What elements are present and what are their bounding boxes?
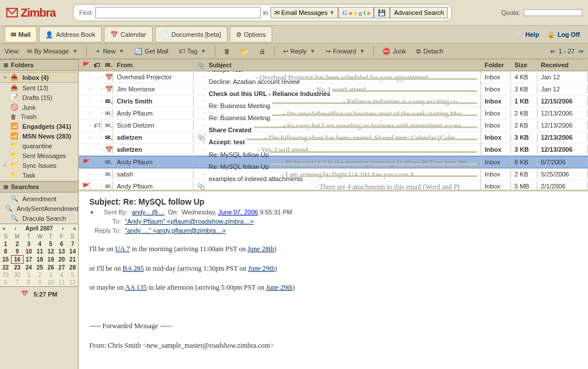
- tag-button[interactable]: 🏷 Tag ▼: [175, 46, 210, 56]
- col-flag[interactable]: 🚩: [79, 60, 90, 70]
- cal-prev-year[interactable]: «: [2, 225, 6, 232]
- save-search-button[interactable]: 💾: [374, 7, 390, 18]
- col-received[interactable]: Received: [537, 60, 588, 70]
- search-input[interactable]: [95, 7, 261, 18]
- folder-item[interactable]: 📝Drafts (15): [0, 93, 78, 102]
- calendar-day[interactable]: 12: [45, 248, 56, 256]
- col-size[interactable]: Size: [511, 60, 537, 70]
- calendar-day[interactable]: 27: [56, 264, 67, 272]
- calendar-day[interactable]: 1: [0, 240, 11, 248]
- calendar-day[interactable]: 11: [56, 279, 67, 286]
- calendar-day[interactable]: 8: [23, 279, 34, 286]
- calendar-day[interactable]: 7: [67, 240, 78, 248]
- calendar-day[interactable]: 23: [11, 264, 23, 272]
- calendar-day[interactable]: 21: [67, 256, 78, 264]
- cal-next-month[interactable]: ›: [62, 225, 64, 232]
- folder-item[interactable]: +📁Sync Issues: [0, 160, 78, 170]
- sender-link[interactable]: andy…@…: [131, 209, 164, 216]
- page-next[interactable]: ⇒: [578, 48, 583, 55]
- folders-header[interactable]: ▣ Folders: [0, 59, 78, 71]
- calendar-day[interactable]: 29: [0, 271, 11, 279]
- calendar-day[interactable]: 28: [67, 264, 78, 272]
- date-link[interactable]: June 07, 2006: [218, 209, 258, 216]
- advanced-search-button[interactable]: Advanced Search: [390, 7, 448, 18]
- folder-item[interactable]: 📁Task: [0, 170, 78, 180]
- calendar-day[interactable]: 2: [11, 240, 23, 248]
- col-status[interactable]: ✉: [102, 60, 113, 70]
- calendar-day[interactable]: 6: [0, 279, 11, 286]
- calendar-day[interactable]: 24: [23, 264, 34, 272]
- searches-header[interactable]: ▣ Searches: [0, 181, 78, 193]
- calendar-day[interactable]: 19: [45, 256, 56, 264]
- folder-item[interactable]: 📤Sent (13): [0, 83, 78, 93]
- calendar-day[interactable]: 26: [45, 264, 56, 272]
- junk-button[interactable]: ⛔ Junk: [379, 46, 409, 57]
- calendar-day[interactable]: 5: [45, 240, 56, 248]
- saved-search-item[interactable]: 🔍Amendment: [0, 194, 78, 203]
- calendar-day[interactable]: 13: [56, 248, 67, 256]
- calendar-day[interactable]: 10: [23, 248, 34, 256]
- calendar-day[interactable]: 1: [23, 271, 34, 279]
- calendar-day[interactable]: 4: [34, 240, 45, 248]
- move-button[interactable]: 📂: [237, 46, 252, 57]
- calendar-day[interactable]: 20: [56, 256, 67, 264]
- calendar-day[interactable]: 11: [34, 248, 45, 256]
- reply-button[interactable]: ↩ Reply ▼: [280, 46, 319, 57]
- calendar-day[interactable]: 7: [11, 279, 23, 286]
- getmail-button[interactable]: 🔄 Get Mail: [131, 46, 172, 57]
- folder-item[interactable]: 🗑Trash: [0, 112, 78, 121]
- page-prev[interactable]: ⇐: [550, 48, 555, 55]
- saved-search-item[interactable]: 🔍AndySentAmendments: [0, 203, 78, 213]
- col-from[interactable]: From: [113, 60, 194, 70]
- cal-prev-month[interactable]: ‹: [14, 225, 16, 232]
- col-folder[interactable]: Folder: [481, 60, 511, 70]
- calendar-day[interactable]: 30: [11, 271, 23, 279]
- calendar-day[interactable]: 9: [34, 279, 45, 286]
- tab-options[interactable]: ⚙ Options: [230, 26, 272, 43]
- logoff-link[interactable]: 🔒Log Off: [547, 31, 580, 39]
- folder-item[interactable]: 📶Engadgets (341): [0, 121, 78, 131]
- tab-calendar[interactable]: 📅 Calendar: [104, 26, 153, 43]
- calendar-day[interactable]: 17: [23, 256, 34, 264]
- message-row[interactable]: 🚩✉Andy Pflaum📎examples of indexed attach…: [79, 180, 588, 190]
- calendar-day[interactable]: 14: [67, 248, 78, 256]
- calendar-day[interactable]: 5: [67, 271, 78, 279]
- tab-mail[interactable]: ✉ Mail: [5, 26, 37, 43]
- calendar-day[interactable]: 16: [11, 256, 23, 264]
- folder-item[interactable]: +📥Inbox (4): [0, 72, 78, 83]
- folder-item[interactable]: 📁Sent Messages: [0, 151, 78, 160]
- calendar-day[interactable]: 22: [0, 264, 11, 272]
- folder-item[interactable]: 📶MSN News (283): [0, 131, 78, 141]
- forward-button[interactable]: ↪ Forward ▼: [322, 46, 368, 57]
- col-subject[interactable]: Subject: [205, 60, 481, 70]
- calendar-day[interactable]: 12: [67, 279, 78, 286]
- calendar-day[interactable]: 8: [0, 248, 11, 256]
- view-mode-dropdown[interactable]: ✉ By Message ▼: [24, 46, 81, 57]
- google-search-button[interactable]: Google: [338, 7, 374, 18]
- help-link[interactable]: ❔Help: [515, 31, 539, 39]
- saved-search-item[interactable]: 🔍Dracula Search: [0, 213, 78, 223]
- cal-next-year[interactable]: »: [73, 225, 76, 232]
- delete-button[interactable]: 🗑: [220, 46, 234, 56]
- detach-button[interactable]: ⧉ Detach: [413, 46, 447, 57]
- new-button[interactable]: ✦ New ▼: [92, 46, 127, 57]
- col-tag[interactable]: 🏷: [90, 60, 102, 70]
- calendar-day[interactable]: 6: [56, 240, 67, 248]
- calendar-day[interactable]: 15: [0, 256, 11, 264]
- tab-documents[interactable]: 📄 Documents [beta]: [155, 26, 227, 43]
- calendar-day[interactable]: 2: [34, 271, 45, 279]
- search-scope-dropdown[interactable]: ✉ Email Messages ▼: [270, 7, 339, 18]
- print-button[interactable]: 🖨: [256, 46, 269, 56]
- calendar-day[interactable]: 3: [45, 271, 56, 279]
- calendar-day[interactable]: 3: [23, 240, 34, 248]
- calendar-day[interactable]: 25: [34, 264, 45, 272]
- tab-addressbook[interactable]: 👤 Address Book: [39, 26, 101, 43]
- replyto-link[interactable]: "andy …" <andy.pflaum@zimbra…>: [125, 227, 226, 234]
- calendar-day[interactable]: 18: [34, 256, 45, 264]
- to-link[interactable]: "Andy Pflaum" <pflaum@roadshow.zimbra…>: [125, 218, 254, 225]
- calendar-day[interactable]: 4: [56, 271, 67, 279]
- col-attachment[interactable]: 📎: [194, 60, 205, 70]
- folder-item[interactable]: 🚫Junk: [0, 102, 78, 112]
- calendar-day[interactable]: 10: [45, 279, 56, 286]
- folder-item[interactable]: 📁quarantine: [0, 141, 78, 151]
